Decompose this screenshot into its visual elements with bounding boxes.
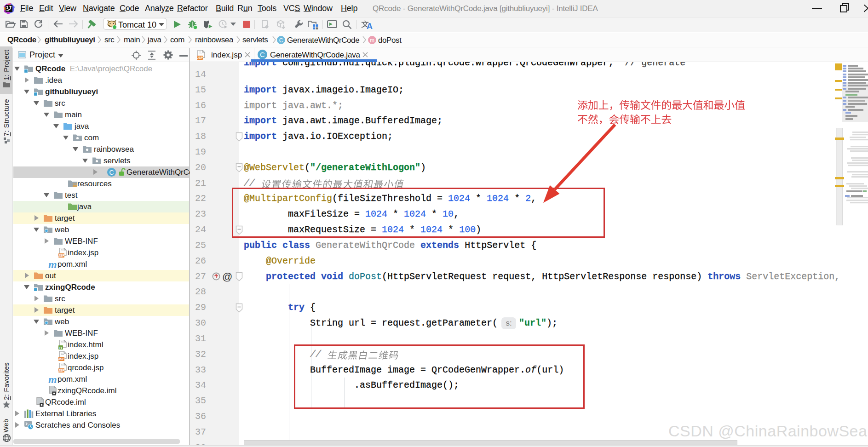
svg-text:C: C (260, 51, 265, 58)
svg-text:m: m (370, 37, 374, 44)
svg-text:JSP: JSP (197, 56, 203, 59)
svg-text:C: C (109, 169, 114, 176)
svg-text:JSP: JSP (58, 254, 64, 257)
svg-text:JSP: JSP (58, 369, 64, 372)
svg-text:H: H (59, 346, 62, 350)
svg-text:JSP: JSP (58, 357, 64, 361)
svg-text:C: C (279, 37, 283, 44)
